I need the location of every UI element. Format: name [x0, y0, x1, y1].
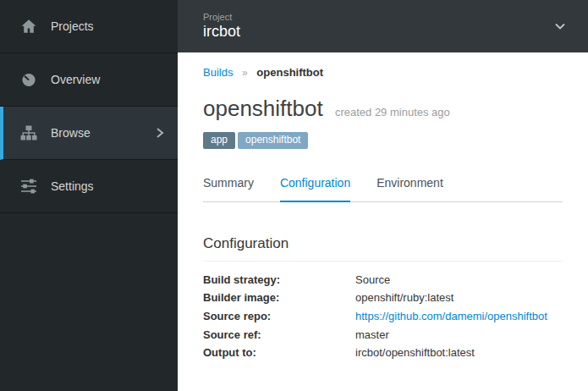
tab-configuration[interactable]: Configuration — [280, 176, 350, 202]
created-timestamp: created 29 minutes ago — [335, 106, 450, 118]
breadcrumb: Builds » openshiftbot — [203, 66, 563, 79]
source-repo-link[interactable]: https://github.com/damemi/openshiftbot — [355, 310, 547, 322]
breadcrumb-separator: » — [242, 67, 248, 79]
page-title: openshiftbot created 29 minutes ago — [203, 96, 563, 121]
project-selector-text: Project ircbot — [203, 12, 240, 41]
config-row-label: Build strategy: — [203, 271, 355, 289]
config-row-builder-image: Builder image: openshift/ruby:latest — [203, 289, 563, 307]
config-row-build-strategy: Build strategy: Source — [203, 271, 563, 289]
sidebar-item-label: Projects — [51, 19, 94, 33]
sidebar-nav: Projects Overview — [0, 0, 178, 213]
breadcrumb-current: openshiftbot — [256, 66, 323, 79]
tab-environment[interactable]: Environment — [376, 176, 443, 201]
config-row-label: Output to: — [203, 344, 355, 362]
section-heading: Configuration — [203, 235, 563, 262]
sidebar-item-label: Settings — [51, 179, 94, 193]
sidebar-item-overview[interactable]: Overview — [0, 53, 178, 107]
project-name: ircbot — [203, 24, 240, 41]
chevron-right-icon — [154, 126, 166, 140]
config-row-value: https://github.com/damemi/openshiftbot — [355, 307, 547, 326]
tab-summary[interactable]: Summary — [203, 176, 254, 201]
config-row-output-to: Output to: ircbot/openshiftbot:latest — [203, 344, 563, 362]
config-row-label: Source ref: — [203, 326, 355, 344]
config-row-label: Source repo: — [203, 307, 355, 326]
config-row-value: ircbot/openshiftbot:latest — [355, 344, 475, 362]
config-row-source-ref: Source ref: master — [203, 326, 563, 344]
main-content: Builds » openshiftbot openshiftbot creat… — [178, 52, 588, 391]
sidebar-item-settings[interactable]: Settings — [0, 160, 178, 213]
resource-labels: app openshiftbot — [203, 132, 563, 149]
sidebar-item-projects[interactable]: Projects — [0, 0, 178, 53]
tachometer-icon — [19, 70, 38, 89]
app-window: Projects Overview — [0, 0, 588, 391]
config-row-value: openshift/ruby:latest — [355, 289, 453, 307]
main-column: Project ircbot Builds » openshiftbot ope… — [178, 0, 588, 391]
label-value-badge: openshiftbot — [238, 132, 308, 149]
sliders-icon — [19, 177, 38, 196]
sidebar: Projects Overview — [0, 0, 178, 391]
sidebar-item-label: Overview — [51, 73, 100, 86]
chevron-down-icon[interactable] — [552, 19, 568, 33]
tab-bar: Summary Configuration Environment — [203, 176, 563, 202]
home-icon — [19, 17, 38, 36]
sidebar-item-label: Browse — [51, 126, 91, 140]
config-row-label: Builder image: — [203, 289, 355, 307]
project-context-label: Project — [203, 12, 240, 22]
sitemap-icon — [19, 124, 38, 142]
label-key-badge: app — [203, 132, 235, 149]
sidebar-item-browse[interactable]: Browse — [0, 107, 178, 160]
config-row-value: Source — [355, 271, 390, 289]
config-row-source-repo: Source repo: https://github.com/damemi/o… — [203, 307, 563, 326]
config-row-value: master — [355, 326, 389, 344]
project-selector[interactable]: Project ircbot — [178, 0, 588, 52]
breadcrumb-link-builds[interactable]: Builds — [203, 66, 233, 79]
configuration-details: Build strategy: Source Builder image: op… — [203, 271, 563, 362]
page-title-text: openshiftbot — [203, 96, 323, 121]
